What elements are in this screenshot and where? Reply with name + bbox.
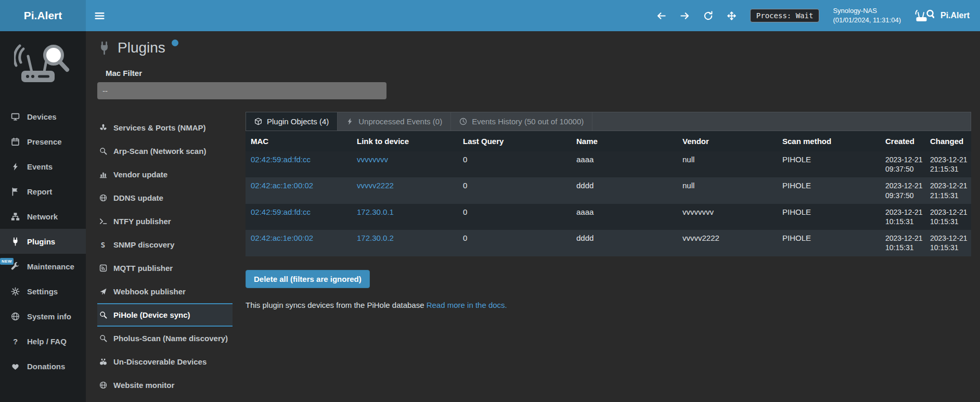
table-row: 02:42:59:ad:fd:cc vvvvvvvv 0 aaaa null P… xyxy=(246,151,971,177)
created-cell: 2023-12-21 09:37:50 xyxy=(883,177,928,203)
mac-link[interactable]: 02:42:ac:1e:00:02 xyxy=(251,181,313,190)
device-link[interactable]: 172.30.0.2 xyxy=(357,234,394,242)
scan-method-cell: PIHOLE xyxy=(777,204,883,230)
chart-icon xyxy=(98,171,108,178)
sidebar-nav: Devices Presence Events Report Network P… xyxy=(0,104,86,379)
search-icon xyxy=(98,147,108,155)
mac-link[interactable]: 02:42:59:ad:fd:cc xyxy=(251,208,311,216)
plugin-nav-snmp-discovery[interactable]: S SNMP discovery xyxy=(97,233,233,256)
plugin-nav-vendor-update[interactable]: Vendor update xyxy=(97,163,233,186)
plugin-nav-services-ports-nmap[interactable]: Services & Ports (NMAP) xyxy=(97,116,233,139)
plugin-nav-ddns-update[interactable]: DDNS update xyxy=(97,186,233,210)
plugin-nav-list: Services & Ports (NMAP) Arp-Scan (Networ… xyxy=(97,112,233,397)
page-title: Plugins xyxy=(118,40,165,56)
gear-icon xyxy=(10,287,20,296)
sidebar-item-settings[interactable]: Settings xyxy=(0,279,86,304)
name-cell: aaaa xyxy=(571,151,677,177)
sidebar-item-label: Settings xyxy=(27,287,58,296)
sidebar-item-label: Devices xyxy=(27,112,57,121)
docs-link[interactable]: Read more in the docs. xyxy=(427,301,507,309)
menu-toggle-icon[interactable] xyxy=(94,10,105,21)
name-cell: dddd xyxy=(571,230,677,256)
sidebar-item-label: Maintenance xyxy=(27,262,74,271)
sidebar-item-events[interactable]: Events xyxy=(0,154,86,179)
plugin-nav-mqtt-publisher[interactable]: MQTT publisher xyxy=(97,256,233,280)
plugin-nav-pholus-scan[interactable]: Pholus-Scan (Name discovery) xyxy=(97,327,233,350)
send-icon xyxy=(98,288,108,295)
topbar: Pi.Alert Process: Wait Synology-NAS (01/… xyxy=(0,0,980,31)
refresh-icon[interactable] xyxy=(703,11,713,21)
plugin-nav-arp-scan[interactable]: Arp-Scan (Network scan) xyxy=(97,139,233,163)
sidebar-item-maintenance[interactable]: NEW Maintenance xyxy=(0,254,86,279)
device-link[interactable]: 172.30.0.1 xyxy=(357,208,394,216)
plugin-nav-label: Pholus-Scan (Name discovery) xyxy=(113,334,228,343)
plugin-tab-panel: Plugin Objects (4) Unprocessed Events (0… xyxy=(246,112,971,309)
name-cell: dddd xyxy=(571,177,677,203)
sidebar-item-devices[interactable]: Devices xyxy=(0,104,86,129)
plugin-nav-label: NTFY publisher xyxy=(113,217,171,226)
topbar-main: Process: Wait Synology-NAS (01/01/2024, … xyxy=(86,0,980,31)
device-link[interactable]: vvvvvvvv xyxy=(357,155,388,164)
plugin-nav-label: Website monitor xyxy=(113,381,174,390)
brand-logo[interactable]: Pi.Alert xyxy=(0,0,86,31)
tab-strip: Plugin Objects (4) Unprocessed Events (0… xyxy=(246,112,971,131)
created-cell: 2023-12-21 10:15:31 xyxy=(883,230,928,256)
presence-icon xyxy=(10,137,20,146)
plugin-nav-label: Arp-Scan (Network scan) xyxy=(113,147,206,155)
host-info: Synology-NAS (01/01/2024, 11:31:04) xyxy=(833,6,901,25)
sidebar-item-plugins[interactable]: Plugins xyxy=(0,229,86,254)
title-info-badge[interactable] xyxy=(172,40,178,46)
sidebar-item-label: Events xyxy=(27,162,53,171)
main-layout: Devices Presence Events Report Network P… xyxy=(0,31,980,402)
plugin-description: This plugin syncs devices from the PiHol… xyxy=(246,301,971,309)
plugin-nav-website-monitor[interactable]: Website monitor xyxy=(97,373,233,397)
plugin-nav-pihole-device-sync[interactable]: PiHole (Device sync) xyxy=(97,303,233,327)
tab-plugin-objects[interactable]: Plugin Objects (4) xyxy=(246,112,338,131)
mac-link[interactable]: 02:42:ac:1e:00:02 xyxy=(251,234,313,242)
changed-cell: 2023-12-21 21:15:31 xyxy=(928,177,971,203)
sidebar-item-help-faq[interactable]: ? Help / FAQ xyxy=(0,329,86,354)
changed-cell: 2023-12-21 21:15:31 xyxy=(928,151,971,177)
sidebar-item-report[interactable]: Report xyxy=(0,179,86,204)
app-name: Pi.Alert xyxy=(940,11,970,20)
changed-cell: 2023-12-21 10:15:31 xyxy=(928,204,971,230)
tab-unprocessed-events[interactable]: Unprocessed Events (0) xyxy=(338,112,451,131)
mqtt-icon xyxy=(98,264,108,272)
plugin-nav-ntfy-publisher[interactable]: NTFY publisher xyxy=(97,210,233,233)
mac-filter-input[interactable] xyxy=(97,82,386,99)
plugin-nav-label: Vendor update xyxy=(113,170,167,179)
delete-all-button[interactable]: Delete all (filters are ignored) xyxy=(246,270,370,288)
vendor-cell: vvvvv2222 xyxy=(677,230,777,256)
mac-cell: 02:42:ac:1e:00:02 xyxy=(246,177,352,203)
col-created: Created xyxy=(883,131,928,151)
brand-label: Pi.Alert xyxy=(24,9,62,22)
binoculars-icon xyxy=(98,358,108,366)
vendor-cell: null xyxy=(677,177,777,203)
plugin-nav-webhook-publisher[interactable]: Webhook publisher xyxy=(97,280,233,303)
sidebar-item-donations[interactable]: Donations xyxy=(0,354,86,379)
tab-label: Events History (50 out of 10000) xyxy=(472,117,584,126)
events-icon xyxy=(10,162,20,171)
mac-link[interactable]: 02:42:59:ad:fd:cc xyxy=(251,155,311,164)
plugin-area: Services & Ports (NMAP) Arp-Scan (Networ… xyxy=(97,112,980,397)
sidebar-item-label: Donations xyxy=(27,362,65,371)
device-link[interactable]: vvvvv2222 xyxy=(357,181,394,190)
back-icon[interactable] xyxy=(656,11,666,21)
plugin-nav-undiscoverable-devices[interactable]: Un-Discoverable Devices xyxy=(97,350,233,373)
network-icon xyxy=(10,212,20,221)
sidebar-item-presence[interactable]: Presence xyxy=(0,129,86,154)
sidebar-item-label: Report xyxy=(27,187,52,196)
mac-cell: 02:42:59:ad:fd:cc xyxy=(246,204,352,230)
table-row: 02:42:59:ad:fd:cc 172.30.0.1 0 aaaa vvvv… xyxy=(246,204,971,230)
name-cell: aaaa xyxy=(571,204,677,230)
col-mac: MAC xyxy=(246,131,352,151)
globe-icon xyxy=(10,312,20,321)
sidebar-item-system-info[interactable]: System info xyxy=(0,304,86,329)
sidebar-item-network[interactable]: Network xyxy=(0,204,86,229)
search-icon xyxy=(98,334,108,342)
sidebar-item-label: System info xyxy=(27,312,71,321)
tab-label: Plugin Objects (4) xyxy=(267,117,329,126)
forward-icon[interactable] xyxy=(680,11,690,21)
expand-icon[interactable] xyxy=(727,11,737,21)
tab-events-history[interactable]: Events History (50 out of 10000) xyxy=(451,112,592,131)
